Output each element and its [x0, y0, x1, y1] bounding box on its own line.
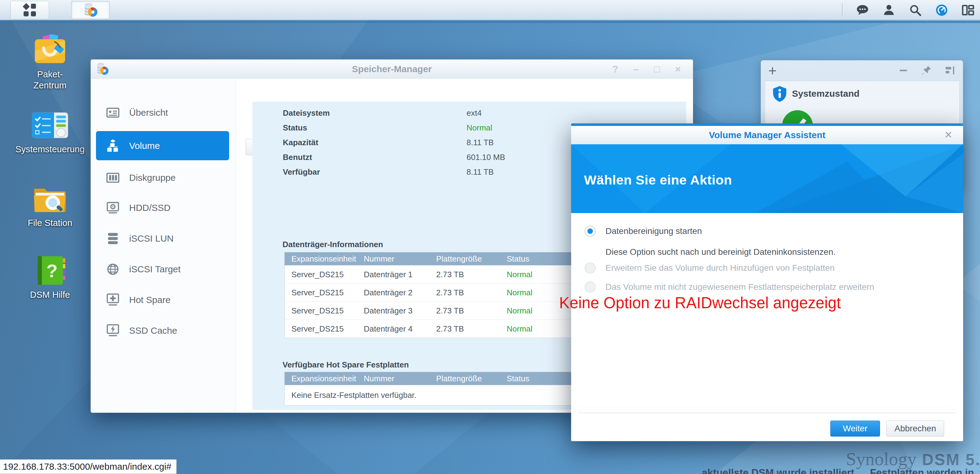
- desktop-icon-label: Paket- Zentrum: [15, 69, 85, 91]
- sidebar-item-iscsi-lun[interactable]: iSCSI LUN: [96, 224, 229, 253]
- column-header: Nummer: [364, 374, 436, 383]
- radio-disabled-icon: [585, 262, 596, 273]
- option-label-disabled: Das Volume mit nicht zugewiesenem Festla…: [606, 282, 874, 292]
- sidebar-item-diskgruppe[interactable]: Diskgruppe: [96, 163, 229, 192]
- desktop-icon-label: DSM Hilfe: [15, 289, 85, 300]
- main-menu-button[interactable]: [10, 1, 49, 19]
- red-annotation-text: Keine Option zu RAIDwechsel angezeigt: [559, 294, 841, 312]
- detail-label: Verfügbar: [283, 167, 320, 177]
- watermark-brand: Synology: [846, 449, 916, 469]
- user-account-icon[interactable]: [883, 4, 895, 17]
- dialog-close-button[interactable]: ×: [944, 128, 952, 141]
- iscsi-lun-icon: [106, 231, 120, 246]
- resource-monitor-icon[interactable]: [935, 4, 948, 17]
- sidebar-item-label: iSCSI Target: [129, 264, 181, 275]
- window-minimize-button[interactable]: –: [631, 64, 641, 75]
- widget-minimize-button[interactable]: [898, 65, 909, 76]
- file-station-icon: [33, 184, 67, 214]
- option-label-disabled: Erweitern Sie das Volume durch Hinzufüge…: [606, 263, 835, 273]
- desktop-icon-label: Systemsteuerung: [15, 144, 85, 155]
- detail-value: 601.10 MB: [466, 153, 505, 162]
- storage-manager-titlebar[interactable]: Speicher-Manager ? – □ ×: [91, 59, 693, 78]
- desktop-icon-dsm-hilfe[interactable]: ? DSM Hilfe: [15, 255, 85, 300]
- window-title: Speicher-Manager: [91, 59, 693, 78]
- detail-value: 8.11 TB: [466, 138, 494, 147]
- dialog-title: Volume Manager Assistent: [571, 126, 963, 144]
- dialog-titlebar[interactable]: Volume Manager Assistent ×: [571, 126, 963, 144]
- desktop-icon-label: File Station: [15, 217, 85, 228]
- volume-manager-wizard-dialog: Volume Manager Assistent × Wählen Sie ei…: [571, 123, 963, 441]
- detail-label: Kapazität: [283, 138, 318, 147]
- watermark-version: DSM 5.1: [922, 451, 980, 469]
- app-grid-menu-icon: [23, 3, 37, 17]
- option-data-scrubbing[interactable]: Datenbereinigung starten: [585, 226, 702, 237]
- sidebar-item-ssd-cache[interactable]: SSD Cache: [96, 316, 229, 345]
- bottom-toast-clipped: aktuellste DSM wurde installiert … Festp…: [702, 467, 980, 474]
- taskbar-separator: [842, 3, 843, 17]
- sidebar-item-hdd-ssd[interactable]: HDD/SSD: [96, 193, 229, 222]
- taskbar: [0, 0, 980, 20]
- hdd-icon: [106, 201, 120, 215]
- taskbar-storage-manager-button[interactable]: [71, 1, 110, 19]
- sidebar-item-label: Volume: [129, 140, 160, 151]
- browser-status-url: 192.168.178.33:5000/webman/index.cgi#: [0, 459, 177, 474]
- radio-disabled-icon: [585, 281, 596, 292]
- desktop-icon-file-station[interactable]: File Station: [15, 184, 85, 228]
- detail-label: Status: [283, 123, 307, 132]
- disk-info-heading: Datenträger-Informationen: [283, 240, 383, 249]
- option-expand-add-disks: Erweitern Sie das Volume durch Hinzufüge…: [585, 262, 835, 273]
- sidebar-item-volume[interactable]: Volume: [96, 131, 229, 160]
- radio-selected-icon[interactable]: [585, 226, 596, 237]
- taskbar-right-icons: [842, 0, 974, 20]
- next-button[interactable]: Weiter: [830, 421, 880, 437]
- wizard-step-heading: Wählen Sie eine Aktion: [584, 172, 732, 188]
- sidebar-item-label: Hot Spare: [129, 295, 170, 305]
- hot-spare-icon: [106, 293, 120, 307]
- sidebar-item-label: Diskgruppe: [129, 172, 176, 183]
- sidebar-item-label: iSCSI LUN: [129, 233, 173, 244]
- health-shield-icon: [772, 85, 788, 102]
- health-widget-title: Systemzustand: [792, 88, 859, 99]
- sidebar-item-label: HDD/SSD: [129, 203, 170, 213]
- sidebar-item-hot-spare[interactable]: Hot Spare: [96, 285, 229, 314]
- sidebar-item-iscsi-target[interactable]: iSCSI Target: [96, 254, 229, 284]
- widget-add-button[interactable]: +: [768, 62, 776, 79]
- control-panel-icon: [31, 110, 69, 140]
- widget-header: +: [761, 61, 963, 80]
- package-center-icon: [33, 34, 67, 65]
- iscsi-target-icon: [106, 262, 120, 276]
- column-header: Expansionseinheit: [291, 254, 364, 264]
- taskbar-shadow-band: [0, 21, 980, 23]
- detail-label: Dateisystem: [283, 109, 330, 118]
- sidebar-item-label: Übersicht: [129, 107, 168, 118]
- window-close-button[interactable]: ×: [673, 64, 683, 75]
- ssd-cache-icon: [106, 324, 120, 338]
- sidebar-item-uebersicht[interactable]: Übersicht: [96, 98, 229, 127]
- storage-manager-sidebar: Übersicht Volume: [91, 79, 236, 413]
- window-maximize-button[interactable]: □: [652, 64, 662, 75]
- desktop-icon-systemsteuerung[interactable]: Systemsteuerung: [15, 110, 85, 155]
- column-header: Plattengröße: [436, 374, 507, 383]
- widget-pin-icon[interactable]: [921, 65, 932, 76]
- search-icon[interactable]: [909, 4, 922, 17]
- chat-notifications-icon[interactable]: [856, 4, 869, 17]
- column-header: Expansionseinheit: [291, 374, 364, 383]
- cancel-button[interactable]: Abbrechen: [886, 421, 944, 437]
- dsm-help-icon: ?: [34, 255, 66, 286]
- column-header: Nummer: [364, 254, 436, 264]
- detail-row: Dateisystem ext4: [253, 105, 686, 120]
- dsm-desktop: Paket- Zentrum Systemsteuerung: [0, 0, 980, 474]
- storage-manager-icon: [83, 2, 98, 18]
- hot-spare-heading: Verfügbare Hot Spare Festplatten: [283, 360, 409, 370]
- volume-icon: [106, 139, 120, 153]
- column-header: Plattengröße: [436, 254, 507, 264]
- window-help-button[interactable]: ?: [610, 64, 620, 75]
- desktop-icon-paket-zentrum[interactable]: Paket- Zentrum: [15, 34, 85, 91]
- detail-value: 8.11 TB: [466, 167, 494, 177]
- option-expand-unallocated: Das Volume mit nicht zugewiesenem Festla…: [585, 281, 874, 292]
- pilot-view-icon[interactable]: [962, 4, 974, 17]
- option-label: Datenbereinigung starten: [606, 226, 702, 236]
- widget-layout-button[interactable]: [944, 65, 955, 76]
- overview-icon: [106, 105, 120, 120]
- dialog-footer-divider: [579, 413, 956, 413]
